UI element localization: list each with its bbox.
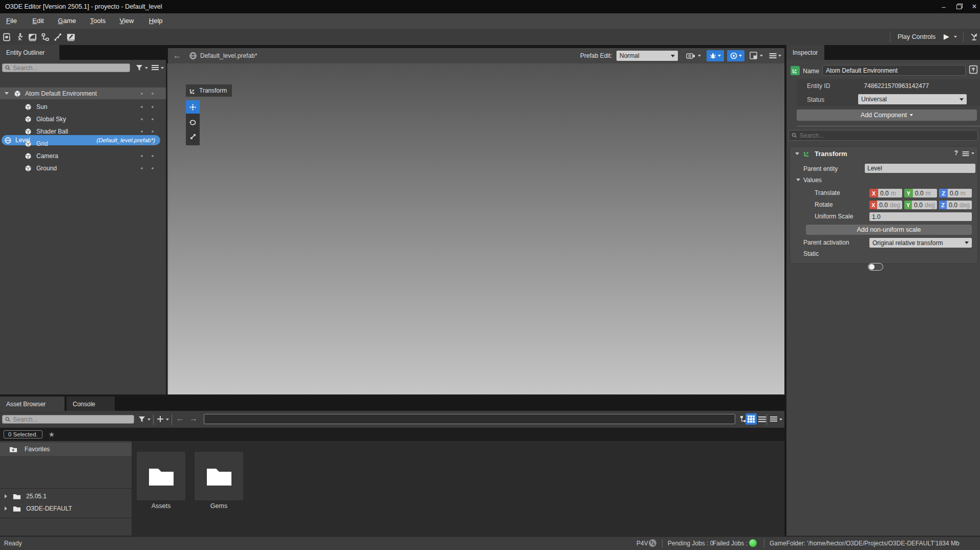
entity-toggles[interactable]: [141, 106, 154, 108]
tab-console[interactable]: Console: [67, 397, 115, 411]
tab-entity-outliner[interactable]: Entity Outliner: [0, 45, 59, 60]
restore-button[interactable]: [952, 0, 966, 13]
transform-header[interactable]: Transform ?: [790, 147, 977, 160]
p4v-label[interactable]: P4V: [636, 540, 648, 547]
visibility-dot-icon[interactable]: [141, 155, 143, 157]
parent-entity-field[interactable]: Level: [865, 164, 975, 173]
tree-item-project[interactable]: O3DE-DEFAULT: [0, 502, 132, 515]
rotate-y-field[interactable]: Y 0.0deg: [904, 201, 937, 209]
grid-view-button[interactable]: [745, 413, 757, 425]
prefab-edit-dropdown[interactable]: Normal: [616, 51, 678, 61]
rotate-y-value[interactable]: 0.0: [914, 202, 923, 209]
back-arrow-icon[interactable]: ←: [173, 52, 181, 60]
play-options-caret-icon[interactable]: [954, 36, 957, 38]
outliner-menu-icon[interactable]: [152, 64, 159, 71]
component-search[interactable]: [789, 130, 978, 141]
asset-path-input[interactable]: [204, 414, 735, 424]
uniform-scale-field[interactable]: 1.0: [869, 212, 972, 221]
asset-search-input[interactable]: [13, 416, 131, 423]
viewport-menu-icon[interactable]: [769, 53, 777, 59]
translate-z-value[interactable]: 0.0: [950, 190, 958, 197]
edit-surface-icon[interactable]: [67, 33, 75, 41]
lock-dot-icon[interactable]: [152, 167, 154, 169]
save-level-icon[interactable]: [3, 33, 11, 41]
status-dropdown[interactable]: Universal: [858, 94, 967, 104]
entity-search[interactable]: [2, 63, 130, 72]
prefab-override-icon[interactable]: [969, 65, 978, 74]
translate-y-value[interactable]: 0.0: [915, 190, 924, 197]
menu-tools[interactable]: Tools: [90, 13, 105, 29]
minimize-button[interactable]: –: [937, 0, 950, 13]
rotate-tool-button[interactable]: [186, 116, 200, 129]
visibility-dot-icon[interactable]: [141, 106, 143, 108]
asset-menu-icon[interactable]: [770, 416, 777, 422]
viewport-menu-caret-icon[interactable]: [778, 55, 781, 57]
collapse-caret-icon[interactable]: [795, 152, 799, 155]
rotate-x-field[interactable]: X 0.0deg: [869, 201, 902, 209]
asset-folder-label[interactable]: Gems: [195, 502, 243, 510]
physics-tool-icon[interactable]: [970, 32, 978, 41]
list-view-button[interactable]: [756, 413, 768, 425]
scale-tool-button[interactable]: [186, 130, 200, 143]
debug-toggle-button[interactable]: [707, 50, 724, 61]
terrain-tool-icon[interactable]: [28, 33, 37, 41]
add-non-uniform-scale-button[interactable]: Add non-uniform scale: [806, 225, 972, 235]
selected-count-button[interactable]: 0 Selected.: [4, 430, 42, 438]
entity-toggles[interactable]: [141, 143, 154, 145]
panel-splitter-left[interactable]: [166, 45, 167, 397]
tab-asset-browser[interactable]: Asset Browser: [0, 397, 65, 411]
component-search-input[interactable]: [800, 132, 975, 139]
asset-folder-assets[interactable]: [137, 452, 185, 500]
filter-caret-icon[interactable]: [145, 67, 148, 69]
entity-row[interactable]: Camera: [0, 150, 167, 162]
rotate-z-field[interactable]: Z 0.0deg: [939, 201, 972, 209]
lock-dot-icon[interactable]: [152, 93, 154, 95]
menu-file[interactable]: File: [6, 13, 17, 29]
favorites-row[interactable]: ★ Favorites: [0, 443, 132, 456]
entity-toggles[interactable]: [141, 93, 154, 95]
menu-edit[interactable]: Edit: [32, 13, 44, 29]
entity-row[interactable]: Global Sky: [0, 113, 167, 125]
simulate-icon[interactable]: [15, 33, 24, 41]
visibility-dot-icon[interactable]: [141, 167, 143, 169]
lock-dot-icon[interactable]: [152, 118, 154, 120]
translate-x-field[interactable]: X 0.0m: [869, 189, 902, 197]
close-button[interactable]: ×: [968, 0, 980, 13]
viewport-3d[interactable]: Transform: [168, 63, 784, 394]
expand-caret-icon[interactable]: [5, 507, 7, 511]
asset-folder-label[interactable]: Assets: [137, 502, 185, 510]
entity-row[interactable]: Ground: [0, 162, 167, 174]
lock-dot-icon[interactable]: [152, 106, 154, 108]
expand-caret-icon[interactable]: [5, 92, 9, 95]
visibility-dot-icon[interactable]: [141, 143, 143, 145]
filter-icon[interactable]: [136, 64, 143, 71]
entity-toggles[interactable]: [141, 130, 154, 133]
tab-inspector[interactable]: Inspector: [786, 45, 824, 60]
component-menu-caret-icon[interactable]: [971, 152, 974, 155]
menu-view[interactable]: View: [120, 13, 134, 29]
favorites-star-icon[interactable]: ★: [49, 430, 55, 438]
entity-name-input[interactable]: [822, 65, 966, 76]
visibility-dot-icon[interactable]: [141, 118, 143, 120]
visibility-dot-icon[interactable]: [141, 93, 143, 95]
node-graph-icon[interactable]: [41, 33, 50, 41]
translate-z-field[interactable]: Z 0.0m: [939, 189, 972, 197]
add-asset-caret-icon[interactable]: [166, 419, 169, 421]
visibility-toggle-button[interactable]: [727, 50, 744, 61]
entity-toggles[interactable]: [141, 155, 154, 157]
asset-filter-icon[interactable]: [138, 416, 145, 423]
menu-help[interactable]: Help: [149, 13, 163, 29]
entity-row-parent[interactable]: Atom Default Environment: [0, 87, 167, 99]
asset-filter-caret-icon[interactable]: [147, 419, 151, 421]
entity-toggles[interactable]: [141, 118, 154, 120]
p4v-sync-icon[interactable]: [648, 539, 657, 547]
static-toggle[interactable]: [868, 263, 883, 271]
add-asset-icon[interactable]: [157, 415, 164, 423]
spline-tool-icon[interactable]: [54, 33, 62, 41]
nav-back-icon[interactable]: ←: [176, 414, 184, 423]
move-tool-button[interactable]: [186, 100, 200, 114]
menu-game[interactable]: Game: [58, 13, 76, 29]
component-menu-icon[interactable]: [962, 151, 969, 157]
entity-row[interactable]: Sun: [0, 101, 167, 113]
tree-item-version[interactable]: 25.05.1: [0, 490, 132, 502]
